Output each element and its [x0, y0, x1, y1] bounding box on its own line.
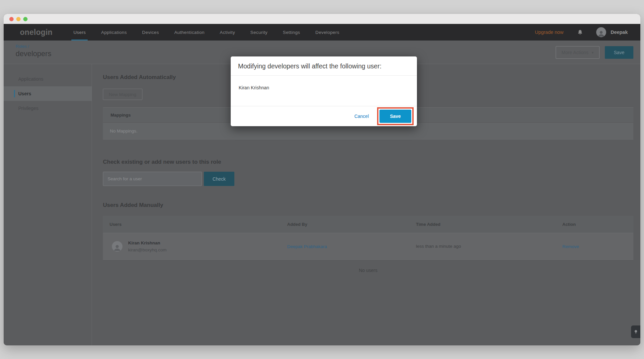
role-sidebar: Applications Users Privileges — [4, 64, 92, 345]
sidebar-item-privileges[interactable]: Privileges — [4, 101, 92, 116]
modal-footer: Cancel Save — [231, 106, 417, 126]
modal-title: Modifying developers will affect the fol… — [231, 56, 417, 76]
added-by-link[interactable]: Deepak Prabhakara — [287, 244, 327, 249]
nav-item-users[interactable]: Users — [66, 24, 93, 41]
nav-item-authentication[interactable]: Authentication — [167, 24, 212, 41]
check-section-heading: Check existing or add new users to this … — [103, 158, 633, 166]
help-lightbulb-button[interactable] — [631, 325, 640, 338]
window-zoom-button[interactable] — [23, 17, 28, 21]
time-added-value: less than a minute ago — [416, 244, 562, 249]
chevron-down-icon: ▾ — [592, 50, 594, 55]
manual-table-header: Users Added By Time Added Action — [103, 216, 633, 233]
upgrade-now-link[interactable]: Upgrade now — [535, 30, 563, 35]
role-save-button[interactable]: Save — [605, 46, 633, 59]
page-title: developers — [16, 49, 51, 58]
modal-body-text: Kiran Krishnan — [231, 76, 417, 106]
header-actions: More Actions ▾ Save — [556, 46, 633, 59]
user-name-label[interactable]: Deepak — [610, 30, 628, 35]
nav-menu: Users Applications Devices Authenticatio… — [66, 24, 347, 41]
person-icon — [597, 29, 605, 37]
sidebar-item-users[interactable]: Users — [4, 86, 92, 101]
bell-icon[interactable] — [577, 30, 583, 35]
sidebar-item-applications[interactable]: Applications — [4, 72, 92, 86]
table-row: Kiran Krishnan kiran@boxyhq.com Deepak P… — [103, 233, 633, 260]
remove-link[interactable]: Remove — [562, 244, 579, 249]
manual-section-heading: Users Added Manually — [103, 202, 633, 209]
onelogin-logo[interactable]: onelogin — [20, 28, 52, 37]
column-action: Action — [562, 222, 633, 227]
user-name: Kiran Krishnan — [128, 240, 167, 245]
cancel-button[interactable]: Cancel — [352, 113, 371, 119]
modal-save-button[interactable]: Save — [379, 110, 411, 123]
person-icon — [113, 243, 121, 252]
column-added-by: Added By — [287, 222, 416, 227]
nav-item-security[interactable]: Security — [243, 24, 275, 41]
nav-item-applications[interactable]: Applications — [93, 24, 134, 41]
confirm-modal: Modifying developers will affect the fol… — [231, 56, 417, 126]
save-highlight-annotation: Save — [377, 107, 414, 125]
more-actions-button[interactable]: More Actions ▾ — [556, 46, 600, 59]
column-users: Users — [110, 222, 287, 227]
user-meta: Kiran Krishnan kiran@boxyhq.com — [128, 240, 167, 252]
new-mapping-button[interactable]: New Mapping — [103, 89, 142, 100]
nav-item-settings[interactable]: Settings — [275, 24, 308, 41]
window-minimize-button[interactable] — [16, 17, 21, 21]
manual-users-table: Users Added By Time Added Action Kiran K… — [103, 216, 633, 273]
nav-item-developers[interactable]: Developers — [308, 24, 347, 41]
row-avatar — [112, 241, 122, 252]
no-users-text: No users — [103, 260, 633, 273]
more-actions-label: More Actions — [562, 50, 589, 55]
nav-item-activity[interactable]: Activity — [212, 24, 243, 41]
user-email: kiran@boxyhq.com — [128, 247, 167, 252]
top-navbar: onelogin Users Applications Devices Auth… — [4, 24, 640, 41]
search-input[interactable] — [103, 172, 202, 186]
breadcrumb[interactable]: Roles / — [16, 44, 29, 49]
user-cell: Kiran Krishnan kiran@boxyhq.com — [110, 240, 287, 252]
user-search-row: Check — [103, 172, 633, 186]
check-button[interactable]: Check — [204, 172, 234, 186]
lightbulb-icon — [634, 330, 638, 334]
nav-item-devices[interactable]: Devices — [134, 24, 167, 41]
window-titlebar — [4, 14, 640, 24]
column-time-added: Time Added — [416, 222, 562, 227]
user-avatar[interactable] — [596, 27, 606, 37]
window-close-button[interactable] — [9, 17, 14, 21]
navbar-right: Upgrade now Deepak — [535, 27, 628, 37]
